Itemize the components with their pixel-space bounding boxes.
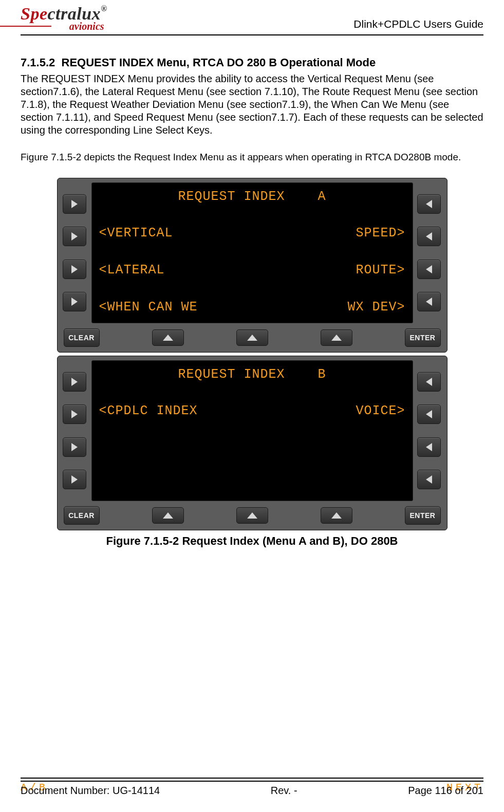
lsk-l2[interactable] xyxy=(63,404,86,424)
row-right: VOICE> xyxy=(356,403,405,418)
screen-row xyxy=(99,477,405,492)
section-title: REQUEST INDEX Menu, RTCA DO 280 B Operat… xyxy=(62,56,376,69)
row-left: <VERTICAL xyxy=(99,226,173,241)
scroll-up-button-1[interactable] xyxy=(152,329,184,346)
scroll-up-button-3[interactable] xyxy=(321,329,352,346)
enter-button[interactable]: ENTER xyxy=(405,328,441,347)
arrow-left-icon xyxy=(426,298,432,306)
page-footer: Document Number: UG-14114 Rev. - Page 11… xyxy=(21,781,483,797)
lsk-l1[interactable] xyxy=(63,372,86,392)
lsk-l4[interactable] xyxy=(63,470,86,489)
screen-row: <WHEN CAN WE WX DEV> xyxy=(99,300,405,315)
arrow-right-icon xyxy=(71,232,78,241)
document-title: Dlink+CPDLC Users Guide xyxy=(353,18,483,32)
screen-row: <VERTICAL SPEED> xyxy=(99,226,405,241)
lsk-r1[interactable] xyxy=(417,372,441,392)
figure-intro: Figure 7.1.5-2 depicts the Request Index… xyxy=(21,151,483,163)
screen-title: REQUEST INDEX A xyxy=(99,189,405,204)
logo: Spectralux® avionics xyxy=(21,0,107,32)
row-left xyxy=(99,440,107,455)
footer-doc-number: Document Number: UG-14114 xyxy=(21,785,160,797)
arrow-left-icon xyxy=(426,265,432,273)
lsk-l3[interactable] xyxy=(63,260,86,279)
lsk-r3[interactable] xyxy=(417,437,441,457)
arrow-up-icon xyxy=(163,335,173,341)
device-panel-b: REQUEST INDEX B <CPDLC INDEX VOICE> xyxy=(57,356,447,530)
device-panel-a: REQUEST INDEX A <VERTICAL SPEED> <LATERA… xyxy=(57,178,447,353)
screen-row xyxy=(99,440,405,455)
right-lsk-column xyxy=(417,182,442,323)
page-header: Spectralux® avionics Dlink+CPDLC Users G… xyxy=(21,0,483,35)
clear-button[interactable]: CLEAR xyxy=(64,506,100,525)
section-paragraph: The REQUEST INDEX Menu provides the abil… xyxy=(21,72,483,137)
lsk-l3[interactable] xyxy=(63,437,86,457)
left-lsk-column xyxy=(63,360,87,501)
lsk-r1[interactable] xyxy=(417,194,441,214)
lsk-r3[interactable] xyxy=(417,260,441,279)
lsk-r2[interactable] xyxy=(417,227,441,246)
arrow-right-icon xyxy=(71,410,78,418)
figure-caption: Figure 7.1.5-2 Request Index (Menu A and… xyxy=(57,534,447,548)
arrow-left-icon xyxy=(426,443,432,451)
arrow-left-icon xyxy=(426,475,432,484)
lsk-r2[interactable] xyxy=(417,404,441,424)
screen-row: <CPDLC INDEX VOICE> xyxy=(99,403,405,418)
left-lsk-column xyxy=(63,182,87,323)
scroll-up-button-2[interactable] xyxy=(236,329,268,346)
arrow-up-icon xyxy=(163,512,173,519)
lsk-l4[interactable] xyxy=(63,292,86,311)
screen-a: REQUEST INDEX A <VERTICAL SPEED> <LATERA… xyxy=(91,182,413,323)
row-right xyxy=(397,440,405,455)
row-right: WX DEV> xyxy=(347,300,405,315)
arrow-left-icon xyxy=(426,232,432,241)
lsk-r4[interactable] xyxy=(417,292,441,311)
footer-revision: Rev. - xyxy=(271,785,297,797)
row-left: <WHEN CAN WE xyxy=(99,300,198,315)
arrow-left-icon xyxy=(426,378,432,386)
scroll-up-button-2[interactable] xyxy=(236,507,268,524)
arrow-up-icon xyxy=(331,335,342,341)
right-lsk-column xyxy=(417,360,442,501)
section-number: 7.1.5.2 xyxy=(21,56,55,69)
row-left: <LATERAL xyxy=(99,263,165,278)
arrow-right-icon xyxy=(71,443,78,451)
row-left xyxy=(99,477,107,492)
figure-area: REQUEST INDEX A <VERTICAL SPEED> <LATERA… xyxy=(57,178,447,548)
screen-row: <LATERAL ROUTE> xyxy=(99,263,405,278)
scroll-up-button-1[interactable] xyxy=(152,507,184,524)
section-heading: 7.1.5.2 REQUEST INDEX Menu, RTCA DO 280 … xyxy=(21,56,483,69)
arrow-up-icon xyxy=(331,512,342,519)
scroll-up-button-3[interactable] xyxy=(321,507,352,524)
arrow-left-icon xyxy=(426,200,432,208)
lsk-r4[interactable] xyxy=(417,470,441,489)
row-right: SPEED> xyxy=(356,226,405,241)
lsk-l2[interactable] xyxy=(63,227,86,246)
screen-b: REQUEST INDEX B <CPDLC INDEX VOICE> xyxy=(91,360,413,501)
arrow-up-icon xyxy=(247,512,257,519)
arrow-up-icon xyxy=(247,335,257,341)
arrow-left-icon xyxy=(426,410,432,418)
arrow-right-icon xyxy=(71,378,78,386)
clear-button[interactable]: CLEAR xyxy=(64,328,100,347)
logo-subtext: avionics xyxy=(21,21,104,32)
screen-title: REQUEST INDEX B xyxy=(99,367,405,382)
lsk-l1[interactable] xyxy=(63,194,86,214)
row-right: ROUTE> xyxy=(356,263,405,278)
arrow-right-icon xyxy=(71,298,78,306)
row-right xyxy=(397,477,405,492)
footer-page: Page 116 of 201 xyxy=(408,785,483,797)
arrow-right-icon xyxy=(71,265,78,273)
arrow-right-icon xyxy=(71,475,78,484)
enter-button[interactable]: ENTER xyxy=(405,506,441,525)
arrow-right-icon xyxy=(71,200,78,208)
row-left: <CPDLC INDEX xyxy=(99,403,198,418)
